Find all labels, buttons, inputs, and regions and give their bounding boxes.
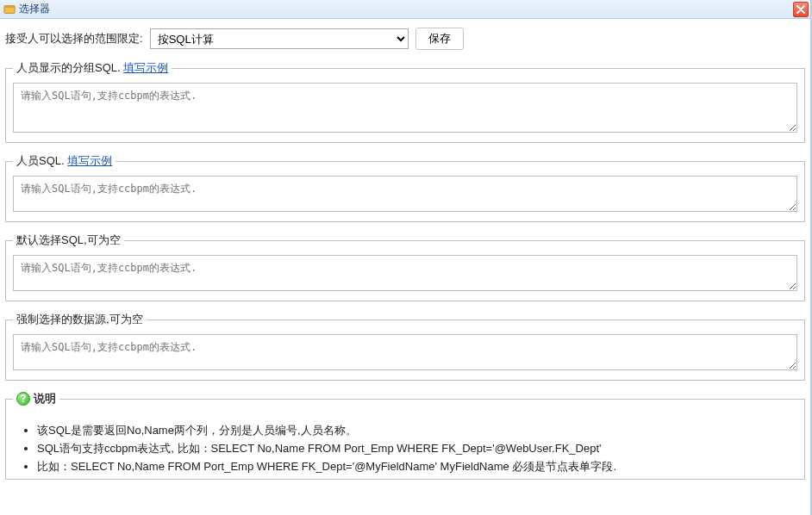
person-sql-input[interactable] [13,176,797,212]
group-sql-input[interactable] [13,83,797,133]
person-sql-legend: 人员SQL. 填写示例 [13,153,116,169]
close-button[interactable] [793,2,809,17]
scope-select[interactable]: 按SQL计算 [150,28,409,49]
default-sql-fieldset: 默认选择SQL,可为空 [5,233,805,301]
window-icon [3,3,16,16]
group-sql-legend: 人员显示的分组SQL. 填写示例 [13,60,172,76]
save-button[interactable]: 保存 [415,28,464,50]
group-sql-fieldset: 人员显示的分组SQL. 填写示例 [5,60,805,143]
group-sql-legend-text: 人员显示的分组SQL. [16,61,121,74]
default-sql-input[interactable] [13,255,797,291]
help-fieldset: ? 说明 该SQL是需要返回No,Name两个列，分别是人员编号,人员名称。 S… [5,391,805,480]
svg-rect-1 [4,5,15,8]
help-item: SQL语句支持ccbpm表达式, 比如：SELECT No,Name FROM … [37,440,797,458]
force-sql-input[interactable] [13,334,797,370]
help-legend: ? 说明 [13,391,59,406]
help-icon: ? [16,392,30,406]
close-icon [796,5,805,14]
person-sql-example-link[interactable]: 填写示例 [67,154,112,167]
help-list: 该SQL是需要返回No,Name两个列，分别是人员编号,人员名称。 SQL语句支… [37,422,797,475]
window-title: 选择器 [19,2,50,16]
person-sql-fieldset: 人员SQL. 填写示例 [5,153,805,222]
force-sql-legend: 强制选择的数据源,可为空 [13,312,147,327]
force-sql-fieldset: 强制选择的数据源,可为空 [5,312,805,381]
topbar: 接受人可以选择的范围限定: 按SQL计算 保存 [0,19,810,57]
titlebar: 选择器 [0,0,810,19]
help-item: 该SQL是需要返回No,Name两个列，分别是人员编号,人员名称。 [37,422,797,440]
group-sql-example-link[interactable]: 填写示例 [123,61,168,74]
person-sql-legend-text: 人员SQL. [16,154,65,167]
help-item: 比如：SELECT No,Name FROM Port_Emp WHERE FK… [37,458,797,476]
help-title: 说明 [34,391,56,406]
default-sql-legend: 默认选择SQL,可为空 [13,233,124,248]
scope-label: 接受人可以选择的范围限定: [5,31,143,47]
